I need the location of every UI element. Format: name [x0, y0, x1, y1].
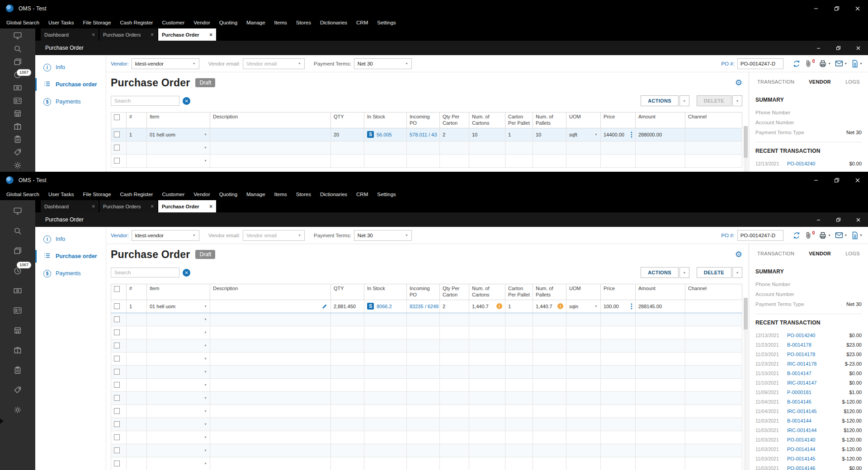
uom-select[interactable]: sqin: [569, 304, 578, 309]
money-icon[interactable]: [0, 281, 35, 301]
column-header[interactable]: Incoming PO: [407, 113, 440, 128]
app-tab[interactable]: Purchase Order ×: [158, 28, 216, 41]
tab-close-icon[interactable]: ×: [148, 32, 154, 38]
inner-minimize-button[interactable]: [808, 212, 828, 227]
row-checkbox[interactable]: [114, 434, 120, 440]
chevron-down-icon[interactable]: ▼: [204, 449, 207, 452]
qty-cell[interactable]: 2,881.450: [331, 300, 364, 313]
column-header[interactable]: QTY: [331, 284, 364, 300]
channel-cell[interactable]: [685, 418, 742, 431]
tab-close-icon[interactable]: ×: [207, 32, 212, 38]
transaction-link[interactable]: B-0014178: [787, 342, 811, 348]
tag-icon[interactable]: [0, 146, 35, 159]
qty-cell[interactable]: [331, 313, 364, 326]
po-number-input[interactable]: [737, 58, 783, 69]
chevron-down-icon[interactable]: ▼: [204, 383, 207, 386]
chevron-down-icon[interactable]: ▼: [204, 305, 207, 308]
menu-item[interactable]: Dictionaries: [316, 188, 352, 200]
chevron-down-icon[interactable]: ▼: [204, 423, 207, 426]
payment-terms-select[interactable]: Net 30▼: [354, 58, 412, 69]
qty-cell[interactable]: 20: [331, 128, 364, 141]
column-header[interactable]: UOM: [566, 113, 601, 128]
minimize-button[interactable]: [806, 0, 826, 17]
payment-terms-select[interactable]: Net 30▼: [354, 230, 412, 241]
menu-item[interactable]: User Tasks: [44, 188, 79, 200]
clear-search-icon[interactable]: ✕: [183, 97, 190, 105]
minimize-button[interactable]: [806, 172, 826, 188]
carton-per-pallet-cell[interactable]: [505, 339, 533, 352]
qty-cell[interactable]: [331, 141, 364, 154]
row-checkbox[interactable]: [114, 132, 120, 137]
item-cell[interactable]: 01 hell uom: [150, 132, 175, 137]
actions-caret-button[interactable]: ▼: [679, 267, 689, 278]
chevron-down-icon[interactable]: ▼: [204, 133, 207, 136]
column-header[interactable]: Description: [210, 113, 331, 128]
menu-item[interactable]: Manage: [242, 188, 270, 200]
menu-item[interactable]: Items: [270, 17, 292, 28]
export-document-icon[interactable]: ▼: [851, 60, 863, 68]
qty-cell[interactable]: [331, 431, 364, 444]
row-checkbox[interactable]: [114, 158, 120, 164]
transaction-link[interactable]: PO-0014145: [787, 456, 815, 461]
search-icon[interactable]: [0, 221, 35, 241]
close-button[interactable]: [847, 172, 868, 188]
delete-button[interactable]: DELETE: [697, 95, 731, 106]
chevron-down-icon[interactable]: ▼: [204, 159, 207, 162]
inner-window-titlebar[interactable]: Purchase Order: [35, 212, 868, 227]
table-scrollbar[interactable]: [744, 126, 748, 172]
menu-item[interactable]: Global Search: [2, 188, 44, 200]
qty-per-carton-cell[interactable]: [440, 154, 469, 167]
channel-cell[interactable]: [685, 391, 742, 404]
sidebar-expander[interactable]: [0, 418, 4, 424]
tab-close-icon[interactable]: ×: [148, 203, 154, 210]
transaction-link[interactable]: PO-0014146: [787, 465, 815, 470]
carton-per-pallet-cell[interactable]: [505, 352, 533, 365]
column-header[interactable]: Price: [601, 113, 636, 128]
tag-icon[interactable]: [0, 380, 35, 400]
menu-item[interactable]: CRM: [352, 17, 373, 28]
clipboard-icon[interactable]: [0, 133, 35, 146]
menu-item[interactable]: Items: [270, 188, 292, 200]
chevron-down-icon[interactable]: ▼: [204, 370, 207, 373]
row-checkbox[interactable]: [114, 421, 120, 427]
record-nav-item[interactable]: i $ Payments: [35, 265, 106, 282]
inner-close-button[interactable]: [848, 212, 868, 227]
tab-close-icon[interactable]: ×: [207, 203, 212, 210]
chevron-down-icon[interactable]: ▼: [204, 318, 207, 321]
panel-tab[interactable]: TRANSACTION: [757, 79, 794, 85]
qty-per-carton-cell[interactable]: [440, 313, 469, 326]
qty-per-carton-cell[interactable]: 2: [440, 300, 469, 313]
row-checkbox[interactable]: [114, 382, 120, 388]
qty-cell[interactable]: [331, 444, 364, 457]
search-icon[interactable]: [0, 42, 35, 56]
price-cell[interactable]: 14400.00: [604, 132, 624, 137]
carton-per-pallet-cell[interactable]: [505, 391, 533, 404]
channel-cell[interactable]: [685, 128, 742, 141]
column-header[interactable]: Num. of Pallets: [533, 113, 566, 128]
menu-item[interactable]: Customer: [157, 188, 189, 200]
gear-icon[interactable]: ⚙: [735, 79, 742, 87]
restore-button[interactable]: [826, 0, 847, 17]
close-button[interactable]: [847, 0, 868, 17]
price-cell[interactable]: 100.00: [604, 304, 619, 309]
column-header[interactable]: Num. of Cartons: [469, 284, 505, 300]
column-header[interactable]: #: [127, 284, 147, 300]
incoming-po-link[interactable]: 578.011 / 43: [410, 132, 437, 137]
transaction-link[interactable]: IRC-0014147: [787, 380, 816, 385]
qty-per-carton-cell[interactable]: [440, 391, 469, 404]
chevron-down-icon[interactable]: ▼: [844, 62, 847, 65]
menu-item[interactable]: Manage: [242, 17, 270, 28]
app-tab[interactable]: Purchase Orders ×: [99, 200, 157, 212]
column-header[interactable]: Amount: [636, 113, 685, 128]
qty-per-carton-cell[interactable]: [440, 378, 469, 391]
chevron-down-icon[interactable]: ▼: [844, 234, 847, 237]
chevron-down-icon[interactable]: ▼: [204, 344, 207, 347]
channel-cell[interactable]: [685, 154, 742, 167]
actions-button[interactable]: ACTIONS: [641, 267, 679, 278]
item-cell[interactable]: 01 hell uom: [150, 304, 175, 309]
transaction-link[interactable]: PO-0014178: [787, 352, 815, 357]
chevron-down-icon[interactable]: ▼: [828, 234, 831, 237]
panel-tab[interactable]: LOGS: [845, 79, 860, 85]
store-icon[interactable]: [0, 107, 35, 120]
app-tab[interactable]: Dashboard ×: [41, 28, 99, 41]
